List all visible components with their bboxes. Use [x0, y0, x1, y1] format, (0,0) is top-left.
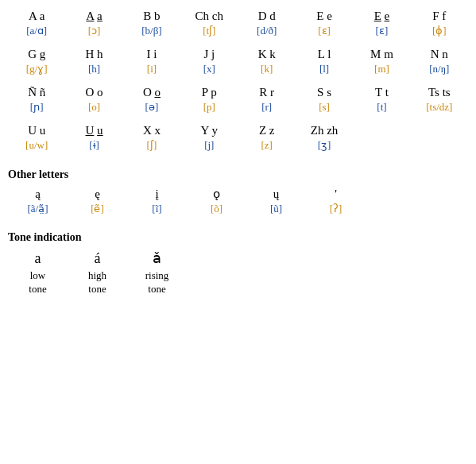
ipa-display: [ts/dz] — [426, 101, 452, 114]
tone-indication-section: Tone indication a lowtone á hightone ǎ r… — [8, 231, 468, 297]
letter-display: M m — [370, 46, 393, 63]
ipa-display: [s] — [319, 101, 330, 114]
letter-display: ' — [335, 186, 337, 203]
letter-display: I i — [146, 46, 157, 63]
tone-letter-high: á — [95, 249, 101, 269]
letter-cell-Uu-under: U u [ɨ] — [65, 121, 122, 154]
ipa-display: [j] — [204, 139, 214, 153]
letter-cell-Uu: U u [u/w] — [8, 121, 65, 154]
letter-display: B b — [143, 8, 160, 25]
letter-display: N n — [431, 46, 448, 63]
ipa-display: [ɛ] — [318, 25, 331, 38]
ipa-display: [ɨ] — [89, 139, 99, 153]
ipa-display: [ũ] — [270, 203, 282, 216]
letter-display: A a — [86, 8, 102, 25]
letter-cell-Ff: F f [ɸ] — [411, 6, 468, 40]
other-letters-section: Other letters ą [ã/ã̤] ę [ẽ] į [ĩ] ǫ [õ]… — [8, 168, 468, 218]
letter-display: Ch ch — [195, 8, 223, 25]
letter-display: O o — [86, 84, 103, 101]
letter-cell-Zhzh: Zh zh [ʒ] — [296, 121, 353, 154]
letter-display: X x — [143, 122, 161, 139]
letter-display: E e — [374, 8, 390, 25]
letter-cell-Kk: K k [k] — [238, 44, 296, 78]
letter-display: S s — [317, 84, 331, 101]
ipa-display: [g/ɣ] — [26, 63, 48, 76]
ipa-display: [m] — [374, 63, 389, 76]
ipa-display: [b/β] — [141, 25, 161, 38]
other-cell-o-ogonek: ǫ [õ] — [187, 184, 246, 218]
letter-cell-Nn-tilde: Ñ ñ [ɲ] — [8, 83, 65, 116]
ipa-display: [l] — [319, 63, 329, 76]
ipa-display: [z] — [261, 139, 272, 153]
ipa-display: [ẽ] — [91, 203, 104, 216]
letter-cell-Chch: Ch ch [tʃ] — [180, 6, 238, 40]
letter-cell-Dd: D d [d/ð] — [238, 6, 296, 40]
ipa-display: [a/ɑ] — [26, 25, 47, 38]
letter-display: R r — [259, 84, 274, 101]
letter-display: H h — [86, 46, 103, 63]
ipa-display: [r] — [261, 101, 272, 114]
letter-cell-Pp: P p [p] — [180, 83, 238, 116]
ipa-display: [n/ŋ] — [429, 63, 449, 76]
other-cell-a-ogonek: ą [ã/ã̤] — [8, 184, 68, 218]
ipa-display: [ə] — [145, 101, 159, 114]
ipa-display: [p] — [203, 101, 215, 114]
letter-display: K k — [258, 46, 276, 63]
ipa-display: [h] — [88, 63, 100, 76]
letter-display: P p — [202, 84, 217, 101]
tone-label-high: hightone — [88, 269, 106, 296]
ipa-display: [ɛ] — [376, 25, 389, 38]
ipa-display: [ɲ] — [30, 101, 44, 114]
alphabet-section: A a [a/ɑ] A a [ɔ] B b [b/β] Ch ch [tʃ] D… — [8, 6, 468, 154]
letter-cell-Ee-under: E e [ɛ] — [353, 6, 410, 40]
letter-display: U u — [86, 122, 103, 139]
ipa-display: [tʃ] — [203, 25, 215, 38]
other-cell-i-ogonek: į [ĩ] — [127, 184, 187, 218]
letter-display: ǫ — [213, 186, 220, 203]
letter-display: U u — [28, 122, 45, 139]
letter-display: į — [155, 186, 158, 203]
tone-cell-rising: ǎ risingtone — [127, 247, 187, 297]
ipa-display: [ĩ] — [152, 203, 161, 216]
letter-cell-Ll: L l [l] — [296, 44, 353, 78]
tone-row: a lowtone á hightone ǎ risingtone — [8, 247, 468, 297]
ipa-display: [ɸ] — [432, 25, 447, 38]
letter-cell-Ii: I i [i] — [123, 44, 180, 78]
letter-cell-Oo: O o [o] — [65, 83, 122, 116]
letter-cell-empty2 — [411, 121, 468, 141]
ipa-display: [ʃ] — [147, 139, 157, 153]
ipa-display: [ɔ] — [88, 25, 101, 38]
letter-cell-Oo-under: O o [ə] — [123, 83, 180, 116]
ipa-display: [i] — [147, 63, 157, 76]
letter-display: Ts ts — [428, 84, 451, 101]
letter-cell-Zz: Z z [z] — [238, 121, 296, 154]
letter-cell-Gg: G g [g/ɣ] — [8, 44, 65, 78]
other-cell-e-ogonek: ę [ẽ] — [68, 184, 127, 218]
ipa-display: [k] — [261, 63, 273, 76]
ipa-display: [ʔ] — [330, 203, 342, 216]
ipa-display: [t] — [377, 101, 386, 114]
alphabet-row-2: G g [g/ɣ] H h [h] I i [i] J j [x] K k [k… — [8, 44, 468, 78]
other-cell-apostrophe: ' [ʔ] — [306, 184, 366, 218]
letter-cell-Yy: Y y [j] — [180, 121, 238, 154]
tone-letter-rising: ǎ — [153, 249, 161, 269]
letter-cell-Tt: T t [t] — [353, 83, 410, 116]
alphabet-row-3: Ñ ñ [ɲ] O o [o] O o [ə] P p [p] R r [r] … — [8, 83, 468, 116]
letter-display: ų — [273, 186, 280, 203]
letter-cell-Mm: M m [m] — [353, 44, 410, 78]
tone-letter-low: a — [35, 249, 41, 269]
letter-cell-Aa-under: A a [ɔ] — [65, 6, 122, 40]
letter-cell-Tsts: Ts ts [ts/dz] — [411, 83, 468, 116]
letter-cell-Aa: A a [a/ɑ] — [8, 6, 65, 40]
letter-display: D d — [258, 8, 276, 25]
letter-display: ą — [35, 186, 41, 203]
letter-display: L l — [318, 46, 331, 63]
letter-display: Y y — [201, 122, 219, 139]
ipa-display: [õ] — [211, 203, 223, 216]
letter-cell-empty1 — [353, 121, 410, 141]
other-letters-title: Other letters — [8, 168, 468, 181]
other-letters-row: ą [ã/ã̤] ę [ẽ] į [ĩ] ǫ [õ] ų [ũ] ' [ʔ] — [8, 184, 468, 218]
letter-display: E e — [316, 8, 332, 25]
letter-cell-Ee: E e [ɛ] — [296, 6, 353, 40]
letter-display: T t — [375, 84, 389, 101]
